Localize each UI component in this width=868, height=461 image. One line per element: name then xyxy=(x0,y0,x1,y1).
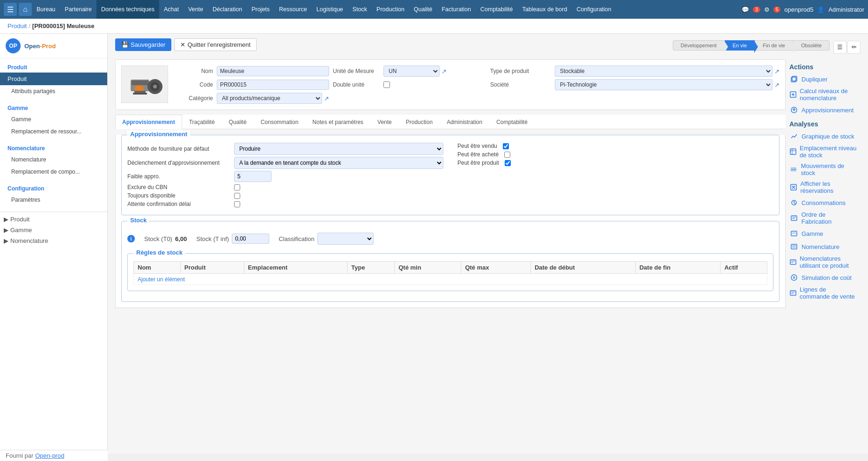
sidebar-item-gamme[interactable]: Gamme xyxy=(0,113,107,125)
discard-button[interactable]: ✕ Quitter l'enregistrement xyxy=(174,38,257,51)
low-appro-row: Faible appro. xyxy=(127,171,443,182)
tab-approvisionnement[interactable]: Approvisionnement xyxy=(115,115,182,129)
analyse-nomenclature[interactable]: Nomenclature xyxy=(789,240,857,253)
svg-rect-23 xyxy=(791,216,797,220)
move-icon xyxy=(789,165,798,174)
company-select[interactable]: Pi-Technologie xyxy=(555,79,772,90)
nav-logistique[interactable]: Logistique xyxy=(312,0,348,19)
nav-achat[interactable]: Achat xyxy=(159,0,184,19)
uom-select[interactable]: UN xyxy=(383,66,440,77)
nav-donnees-techniques[interactable]: Données techniques xyxy=(96,0,159,19)
analyse-graphique[interactable]: Graphique de stock xyxy=(789,130,857,143)
low-appro-label: Faible appro. xyxy=(127,173,230,180)
product-image xyxy=(121,66,168,103)
tab-production[interactable]: Production xyxy=(399,115,440,129)
edit-view-button[interactable]: ✏ xyxy=(847,41,861,54)
sidebar-item-produit[interactable]: Produit xyxy=(0,73,107,85)
list-view-button[interactable]: ☰ xyxy=(833,41,846,54)
always-available-checkbox[interactable] xyxy=(234,193,240,199)
svg-rect-1 xyxy=(132,80,148,85)
sidebar: OP Open-Prod Produit Produit Attributs p… xyxy=(0,34,108,454)
can-be-sold-checkbox[interactable] xyxy=(503,143,509,149)
nav-tableaux[interactable]: Tableaux de bord xyxy=(517,0,572,19)
sidebar-item-remplacement-compo[interactable]: Remplacement de compo... xyxy=(0,166,107,178)
sidebar-group-produit[interactable]: ▶ Produit xyxy=(0,214,107,225)
menu-icon[interactable]: ☰ xyxy=(4,3,17,16)
footer-link[interactable]: Open-prod xyxy=(35,452,64,454)
category-link[interactable]: ↗ xyxy=(324,95,329,102)
stock-tinf-input[interactable] xyxy=(232,234,269,244)
nav-stock[interactable]: Stock xyxy=(348,0,372,19)
action-dupliquer[interactable]: Dupliquer xyxy=(789,73,857,86)
exclude-cbn-checkbox[interactable] xyxy=(234,184,240,190)
analyse-gamme[interactable]: Gamme xyxy=(789,227,857,240)
breadcrumb-parent[interactable]: Produit xyxy=(7,22,27,29)
sidebar-group-gamme[interactable]: ▶ Gamme xyxy=(0,225,107,235)
category-select[interactable]: All products/mecanique xyxy=(217,93,322,104)
stock-title: Stock xyxy=(127,217,149,224)
tab-tracabilite[interactable]: Traçabilité xyxy=(182,115,222,129)
nav-configuration[interactable]: Configuration xyxy=(572,0,616,19)
code-input[interactable] xyxy=(217,80,329,90)
can-be-bought-checkbox[interactable] xyxy=(504,152,510,158)
sidebar-item-parametres[interactable]: Paramètres xyxy=(0,194,107,206)
stock-rules-content: Nom Produit Emplacement Type Qté min Qté… xyxy=(128,254,773,291)
analyse-lignes-commande[interactable]: Lignes de commande de vente xyxy=(789,284,857,302)
classification-select[interactable] xyxy=(317,233,374,245)
chat-icon[interactable]: 💬 xyxy=(742,6,749,13)
uom-external-link[interactable]: ↗ xyxy=(441,68,447,75)
stock-content: i Stock (T0) 6,00 Stock (T inf) xyxy=(122,221,779,301)
nav-production[interactable]: Production xyxy=(372,0,409,19)
nav-partenaire[interactable]: Partenaire xyxy=(60,0,96,19)
nav-projets[interactable]: Projets xyxy=(247,0,274,19)
lifecycle-obsolete[interactable]: Obsolète xyxy=(793,40,830,51)
sidebar-group-nomenclature[interactable]: ▶ Nomenclature xyxy=(0,235,107,246)
nav-facturation[interactable]: Facturation xyxy=(437,0,476,19)
tab-administration[interactable]: Administration xyxy=(440,115,489,129)
analyse-fabrication[interactable]: Ordre de Fabrication xyxy=(789,209,857,227)
analyse-nomenclatures-produit[interactable]: Nomenclatures utilisant ce produit xyxy=(789,253,857,271)
add-element-link[interactable]: Ajouter un élément xyxy=(138,274,185,285)
admin-label[interactable]: Administrator xyxy=(828,6,864,13)
tab-consommation[interactable]: Consommation xyxy=(254,115,306,129)
nav-comptabilite[interactable]: Comptabilité xyxy=(476,0,517,19)
home-icon[interactable]: ⌂ xyxy=(19,3,32,16)
nav-declaration[interactable]: Déclaration xyxy=(208,0,247,19)
lifecycle-developpement[interactable]: Développement xyxy=(673,40,725,51)
trigger-select[interactable]: A la demande en tenant compte du stock xyxy=(234,157,443,169)
sidebar-item-attributs[interactable]: Attributs partagés xyxy=(0,85,107,97)
lifecycle-fin-vie[interactable]: Fin de vie xyxy=(755,40,793,51)
double-unit-checkbox[interactable] xyxy=(383,81,390,88)
svg-rect-31 xyxy=(790,260,796,264)
product-type-select[interactable]: Stockable xyxy=(555,66,772,77)
lifecycle-en-vie[interactable]: En vie xyxy=(725,40,755,51)
nav-bureau[interactable]: Bureau xyxy=(32,0,60,19)
sidebar-item-remplacement-ressource[interactable]: Remplacement de ressour... xyxy=(0,125,107,138)
save-button[interactable]: 💾 Sauvegarder xyxy=(115,38,171,51)
stock-info-btn[interactable]: i xyxy=(127,235,135,242)
low-appro-input[interactable] xyxy=(234,171,272,182)
nav-vente[interactable]: Vente xyxy=(184,0,208,19)
awaiting-confirm-checkbox[interactable] xyxy=(234,201,240,207)
analyse-reservations[interactable]: Afficher les réservations xyxy=(789,178,857,196)
name-input[interactable] xyxy=(217,66,329,76)
action-approvisionnement[interactable]: Approvisionnement xyxy=(789,103,857,117)
analyse-emplacement[interactable]: Emplacement niveau de stock xyxy=(789,143,857,161)
tab-comptabilite[interactable]: Comptabilité xyxy=(489,115,535,129)
action-calcul-niveaux[interactable]: Calcul niveaux de nomenclature xyxy=(789,86,857,103)
product-type-link[interactable]: ↗ xyxy=(774,68,780,75)
analyse-mouvements[interactable]: Mouvements de stock xyxy=(789,161,857,178)
tab-notes[interactable]: Notes et paramètres xyxy=(305,115,370,129)
settings-icon[interactable]: ⚙ xyxy=(764,6,770,13)
tab-qualite[interactable]: Qualité xyxy=(222,115,254,129)
sidebar-item-nomenclature[interactable]: Nomenclature xyxy=(0,154,107,166)
analyse-consommations[interactable]: Consommations xyxy=(789,196,857,209)
company-link[interactable]: ↗ xyxy=(774,81,780,88)
nav-ressource[interactable]: Ressource xyxy=(274,0,312,19)
method-select[interactable]: Produire xyxy=(234,143,443,155)
lifecycle-bar: Développement En vie Fin de vie Obsolète xyxy=(673,40,830,51)
analyse-simulation-cout[interactable]: Simulation de coût xyxy=(789,271,857,284)
tab-vente[interactable]: Vente xyxy=(370,115,399,129)
nav-qualite[interactable]: Qualité xyxy=(409,0,437,19)
can-be-produced-checkbox[interactable] xyxy=(505,160,511,166)
